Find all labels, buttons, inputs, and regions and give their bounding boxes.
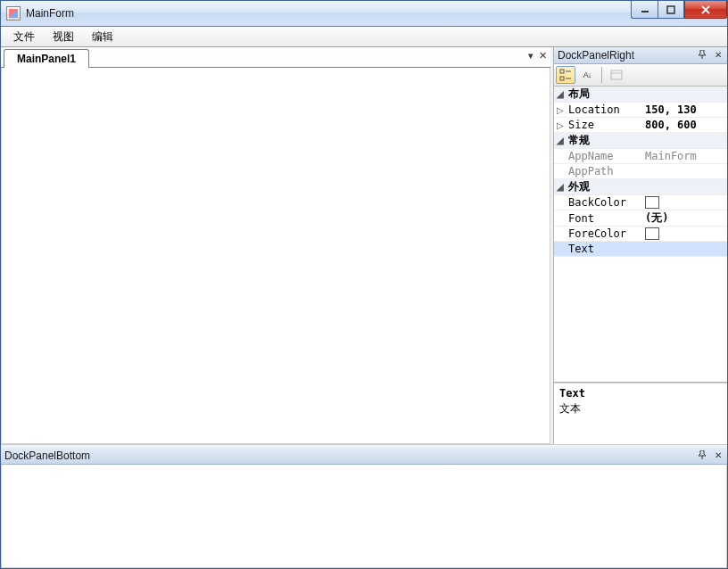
expand-icon[interactable]: ▷: [554, 103, 567, 118]
svg-rect-0: [641, 11, 649, 12]
tab-dropdown-icon[interactable]: ▾: [528, 50, 534, 62]
color-swatch: [645, 196, 659, 209]
property-pages-button[interactable]: [607, 66, 626, 84]
category-row[interactable]: ◢ 常规: [554, 133, 727, 149]
close-button[interactable]: [684, 1, 727, 19]
dock-bottom-header-actions: ✕: [696, 449, 724, 461]
tab-actions: ▾ ✕: [528, 50, 547, 62]
dock-close-icon[interactable]: ✕: [712, 48, 724, 61]
window-title: MainForm: [26, 7, 74, 20]
collapse-icon[interactable]: ◢: [554, 87, 567, 103]
collapse-icon[interactable]: ◢: [554, 133, 567, 149]
svg-rect-8: [611, 70, 622, 79]
alphabetical-button[interactable]: A↓: [577, 66, 597, 84]
expand-icon[interactable]: ▷: [554, 118, 567, 133]
dock-right-header-actions: ✕: [696, 48, 724, 61]
window-buttons: [631, 1, 727, 19]
dock-right-header[interactable]: DockPanelRight ✕: [554, 47, 727, 64]
pages-icon: [610, 70, 623, 80]
top-row: MainPanel1 ▾ ✕ DockPanelRight ✕: [1, 47, 727, 445]
maximize-button[interactable]: [658, 1, 684, 19]
svg-rect-5: [560, 77, 564, 80]
property-row[interactable]: Text: [554, 242, 727, 257]
property-row[interactable]: Font (无): [554, 210, 727, 227]
toolbar-separator: [601, 67, 602, 83]
color-swatch: [645, 227, 659, 240]
app-icon: [6, 6, 21, 21]
menu-bar: 文件 视图 编辑: [1, 27, 727, 47]
description-title: Text: [559, 387, 722, 400]
description-body: 文本: [559, 401, 722, 416]
dock-panel-bottom: DockPanelBottom ✕: [1, 445, 727, 568]
svg-rect-4: [560, 70, 564, 73]
menu-edit[interactable]: 编辑: [83, 27, 122, 47]
property-row[interactable]: ▷ Location 150, 130: [554, 103, 727, 118]
category-row[interactable]: ◢ 外观: [554, 179, 727, 195]
minimize-button[interactable]: [631, 1, 658, 19]
pin-icon[interactable]: [696, 48, 708, 61]
property-description: Text 文本: [554, 383, 727, 444]
property-row[interactable]: AppPath: [554, 164, 727, 179]
dock-bottom-header[interactable]: DockPanelBottom ✕: [1, 448, 727, 465]
tab-main-panel[interactable]: MainPanel1: [4, 49, 89, 68]
alphabetical-icon: A↓: [583, 70, 592, 79]
dock-right-title: DockPanelRight: [558, 49, 634, 62]
property-row[interactable]: ForeColor: [554, 227, 727, 242]
close-icon: [701, 5, 710, 14]
property-row[interactable]: BackColor: [554, 195, 727, 210]
dock-panel-right: DockPanelRight ✕: [553, 47, 727, 444]
document-tabstrip: MainPanel1 ▾ ✕: [1, 47, 550, 68]
minimize-icon: [641, 6, 649, 13]
property-grid-toolbar: A↓: [554, 64, 727, 87]
maximize-icon: [666, 5, 675, 14]
main-panel: MainPanel1 ▾ ✕: [1, 47, 553, 444]
collapse-icon[interactable]: ◢: [554, 179, 567, 195]
property-row[interactable]: AppName MainForm: [554, 149, 727, 164]
category-row[interactable]: ◢ 布局: [554, 87, 727, 103]
svg-rect-1: [667, 6, 674, 13]
categorized-icon: [559, 69, 572, 81]
property-row[interactable]: ▷ Size 800, 600: [554, 118, 727, 133]
menu-view[interactable]: 视图: [44, 27, 83, 47]
dock-bottom-title: DockPanelBottom: [4, 449, 90, 462]
dock-bottom-body[interactable]: [1, 465, 727, 568]
property-grid[interactable]: ◢ 布局 ▷ Location 150, 130 ▷ Size 800, 600: [554, 87, 727, 383]
categorized-button[interactable]: [556, 66, 575, 84]
title-bar[interactable]: MainForm: [1, 1, 727, 27]
pin-icon[interactable]: [696, 449, 708, 461]
document-body[interactable]: [1, 68, 550, 444]
dock-close-icon[interactable]: ✕: [712, 449, 724, 461]
window-frame: MainForm 文件 视图 编辑 MainPanel1: [0, 0, 728, 569]
tab-close-icon[interactable]: ✕: [539, 50, 547, 62]
client-area: MainPanel1 ▾ ✕ DockPanelRight ✕: [1, 47, 727, 568]
menu-file[interactable]: 文件: [4, 27, 44, 47]
